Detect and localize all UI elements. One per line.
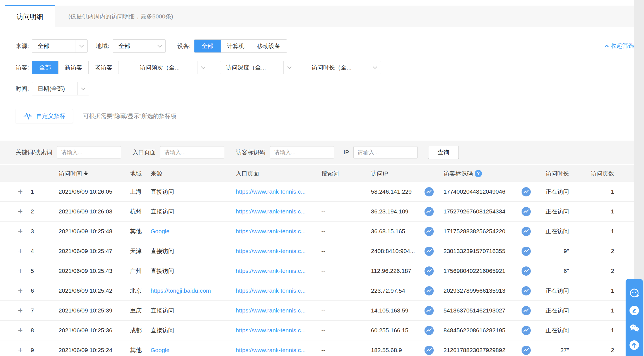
row-source[interactable]: Google xyxy=(148,347,231,353)
row-term: -- xyxy=(318,268,368,274)
custom-metric-hint: 可根据需要“隐藏/显示”所选的指标项 xyxy=(83,112,177,120)
row-expand-cell: + xyxy=(0,187,28,196)
row-duration: 正在访问 xyxy=(538,326,572,334)
sort-desc-icon xyxy=(84,171,88,176)
visitor-id-trend-icon[interactable] xyxy=(522,306,531,315)
table-row: + 3 2021/06/09 10:25:48 其他 Google https:… xyxy=(0,222,634,241)
visit-frequency-value: 访问频次（全... xyxy=(134,64,197,71)
row-region: 其他 xyxy=(127,227,148,235)
collapse-filters-link[interactable]: 收起筛选 xyxy=(605,42,634,50)
device-filter-label: 设备: xyxy=(177,42,191,50)
row-time: 2021/06/09 10:25:39 xyxy=(56,307,127,314)
visit-duration-select[interactable]: 访问时长（全... xyxy=(306,61,381,74)
custom-metric-button[interactable]: 自定义指标 xyxy=(16,109,73,123)
visitor-id-trend-icon[interactable] xyxy=(522,187,531,196)
row-visitor-id: 2029327899566135913 xyxy=(441,287,520,294)
header-pages: 访问页数 xyxy=(572,170,616,177)
visitor-id-trend-icon[interactable] xyxy=(522,247,531,256)
ip-trend-icon[interactable] xyxy=(424,346,434,355)
row-entry-link[interactable]: https://www.rank-tennis.c... xyxy=(236,327,306,333)
row-entry-link[interactable]: https://www.rank-tennis.c... xyxy=(236,188,306,195)
row-index: 8 xyxy=(28,327,56,334)
expand-plus-icon[interactable]: + xyxy=(18,187,23,196)
row-expand-cell: + xyxy=(0,207,28,216)
ip-trend-icon[interactable] xyxy=(424,326,434,335)
visitor-id-input[interactable] xyxy=(270,146,334,158)
row-entry-link[interactable]: https://www.rank-tennis.c... xyxy=(236,307,306,314)
row-ip: 14.105.168.59 xyxy=(368,307,423,314)
expand-plus-icon[interactable]: + xyxy=(18,207,23,216)
row-entry-link[interactable]: https://www.rank-tennis.c... xyxy=(236,248,306,254)
visitor-id-trend-icon[interactable] xyxy=(522,326,531,335)
visitor-id-trend-icon[interactable] xyxy=(522,346,531,355)
time-select-value: 日期(全部) xyxy=(32,85,77,93)
row-entry-link[interactable]: https://www.rank-tennis.c... xyxy=(236,347,306,353)
visitor-id-trend-icon[interactable] xyxy=(522,227,531,236)
ip-label: IP xyxy=(344,149,349,156)
ip-input[interactable] xyxy=(353,146,418,158)
chevron-down-icon xyxy=(77,82,89,95)
header-visit-time[interactable]: 访问时间 xyxy=(56,170,127,177)
floating-action-bar xyxy=(626,279,643,356)
expand-plus-icon[interactable]: + xyxy=(18,306,23,315)
ip-trend-icon[interactable] xyxy=(424,207,434,216)
expand-plus-icon[interactable]: + xyxy=(18,247,23,255)
collapse-filters-label: 收起筛选 xyxy=(611,42,634,50)
device-option-all[interactable]: 全部 xyxy=(194,39,221,53)
row-source[interactable]: https://tongji.baidu.com xyxy=(148,287,231,294)
visitor-id-trend-icon[interactable] xyxy=(522,286,531,295)
visitor-option-returning[interactable]: 老访客 xyxy=(88,61,119,74)
source-select-value: 全部 xyxy=(32,42,76,50)
source-select[interactable]: 全部 xyxy=(32,39,88,53)
wechat-icon[interactable] xyxy=(628,321,641,334)
ip-trend-icon[interactable] xyxy=(424,247,434,256)
row-entry-link[interactable]: https://www.rank-tennis.c... xyxy=(236,208,306,215)
region-select[interactable]: 全部 xyxy=(113,39,166,53)
time-select[interactable]: 日期(全部) xyxy=(32,82,89,95)
header-entry: 入口页面 xyxy=(231,170,318,177)
row-ip: 182.55.68.9 xyxy=(368,347,423,353)
feedback-pencil-icon[interactable] xyxy=(628,304,641,317)
visitor-id-trend-icon[interactable] xyxy=(522,266,531,276)
tab-visit-detail[interactable]: 访问明细 xyxy=(5,5,55,27)
row-index: 5 xyxy=(28,268,56,274)
ip-trend-icon[interactable] xyxy=(424,286,434,295)
query-button[interactable]: 查询 xyxy=(428,146,459,159)
visit-depth-select[interactable]: 访问深度（全... xyxy=(220,61,295,74)
row-region: 成都 xyxy=(127,326,148,334)
visitor-option-all[interactable]: 全部 xyxy=(32,61,58,74)
keyword-label: 关键词/搜索词 xyxy=(16,148,52,156)
keyword-input[interactable] xyxy=(57,146,121,158)
visitor-id-trend-icon[interactable] xyxy=(522,207,531,216)
expand-plus-icon[interactable]: + xyxy=(18,346,23,354)
visitor-id-label: 访客标识码 xyxy=(236,148,265,156)
row-pages: 1 xyxy=(572,327,616,334)
expand-plus-icon[interactable]: + xyxy=(18,287,23,295)
row-entry-link[interactable]: https://www.rank-tennis.c... xyxy=(236,228,306,234)
customer-service-icon[interactable] xyxy=(628,287,641,300)
visitor-option-new[interactable]: 新访客 xyxy=(58,61,88,74)
help-icon[interactable]: ? xyxy=(475,170,482,177)
back-to-top-icon[interactable] xyxy=(628,339,641,352)
row-expand-cell: + xyxy=(0,326,28,335)
visit-frequency-select[interactable]: 访问频次（全... xyxy=(134,61,209,74)
device-option-mobile[interactable]: 移动设备 xyxy=(251,40,287,52)
row-pages: 1 xyxy=(572,188,616,195)
row-entry-link[interactable]: https://www.rank-tennis.c... xyxy=(236,287,306,294)
entry-page-input[interactable] xyxy=(160,146,224,158)
table-row: + 8 2021/06/09 10:25:36 成都 直接访问 https://… xyxy=(0,321,634,340)
row-source: 直接访问 xyxy=(148,267,231,275)
row-entry-link[interactable]: https://www.rank-tennis.c... xyxy=(236,268,306,274)
row-region: 广州 xyxy=(127,267,148,275)
ip-trend-icon[interactable] xyxy=(424,266,434,276)
ip-trend-icon[interactable] xyxy=(424,227,434,236)
ip-trend-icon[interactable] xyxy=(424,187,434,196)
chevron-down-icon xyxy=(283,61,295,74)
expand-plus-icon[interactable]: + xyxy=(18,227,23,235)
ip-trend-icon[interactable] xyxy=(424,306,434,315)
row-source[interactable]: Google xyxy=(148,228,231,235)
device-segmented-control: 全部 计算机 移动设备 xyxy=(194,39,287,53)
expand-plus-icon[interactable]: + xyxy=(18,326,23,335)
device-option-pc[interactable]: 计算机 xyxy=(221,40,251,52)
expand-plus-icon[interactable]: + xyxy=(18,267,23,275)
